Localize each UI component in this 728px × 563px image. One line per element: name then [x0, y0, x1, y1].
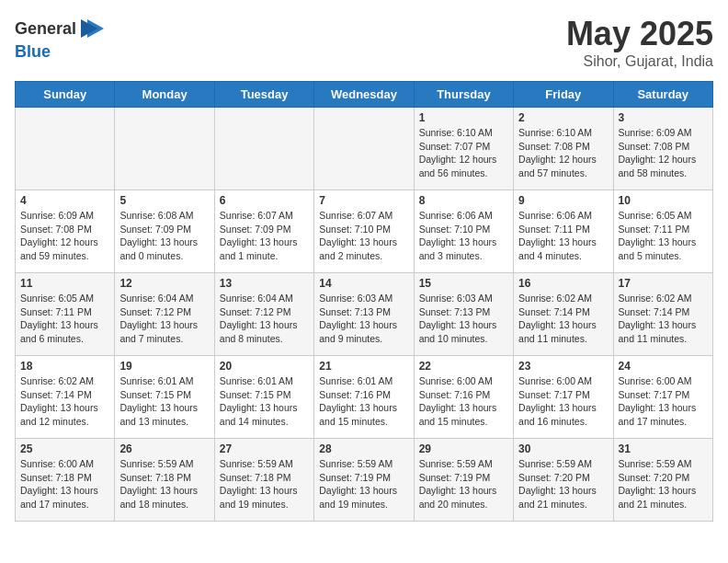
day-number: 26: [119, 442, 209, 455]
main-title: May 2025: [566, 15, 713, 53]
week-row-4: 18Sunrise: 6:02 AMSunset: 7:14 PMDayligh…: [16, 356, 713, 439]
calendar-cell: 16Sunrise: 6:02 AMSunset: 7:14 PMDayligh…: [514, 273, 613, 356]
calendar-cell: 28Sunrise: 5:59 AMSunset: 7:19 PMDayligh…: [314, 439, 414, 522]
cell-content: Sunrise: 6:00 AMSunset: 7:17 PMDaylight:…: [619, 374, 708, 429]
calendar-cell: 25Sunrise: 6:00 AMSunset: 7:18 PMDayligh…: [16, 439, 115, 522]
day-number: 23: [518, 360, 608, 373]
calendar-cell: 2Sunrise: 6:10 AMSunset: 7:08 PMDaylight…: [514, 108, 613, 190]
calendar-cell: [16, 108, 115, 190]
day-header-tuesday: Tuesday: [214, 82, 313, 108]
week-row-5: 25Sunrise: 6:00 AMSunset: 7:18 PMDayligh…: [16, 439, 713, 522]
calendar-cell: 19Sunrise: 6:01 AMSunset: 7:15 PMDayligh…: [115, 356, 214, 439]
cell-content: Sunrise: 6:04 AMSunset: 7:12 PMDaylight:…: [220, 292, 309, 346]
calendar-cell: 24Sunrise: 6:00 AMSunset: 7:17 PMDayligh…: [613, 356, 712, 439]
day-number: 6: [220, 194, 309, 207]
calendar-cell: 29Sunrise: 5:59 AMSunset: 7:19 PMDayligh…: [414, 439, 513, 522]
calendar-cell: 22Sunrise: 6:00 AMSunset: 7:16 PMDayligh…: [414, 356, 513, 439]
day-header-friday: Friday: [514, 82, 613, 108]
calendar-cell: 1Sunrise: 6:10 AMSunset: 7:07 PMDaylight…: [414, 108, 513, 190]
day-number: 19: [119, 360, 209, 373]
cell-content: Sunrise: 6:01 AMSunset: 7:16 PMDaylight:…: [319, 374, 408, 429]
day-header-wednesday: Wednesday: [314, 82, 414, 108]
calendar-cell: 6Sunrise: 6:07 AMSunset: 7:09 PMDaylight…: [214, 190, 313, 273]
cell-content: Sunrise: 6:07 AMSunset: 7:10 PMDaylight:…: [319, 209, 408, 263]
day-number: 21: [319, 360, 408, 373]
day-number: 27: [220, 442, 309, 455]
cell-content: Sunrise: 5:59 AMSunset: 7:19 PMDaylight:…: [419, 457, 508, 511]
cell-content: Sunrise: 6:09 AMSunset: 7:08 PMDaylight:…: [20, 209, 109, 263]
cell-content: Sunrise: 6:02 AMSunset: 7:14 PMDaylight:…: [619, 292, 708, 346]
calendar-cell: 12Sunrise: 6:04 AMSunset: 7:12 PMDayligh…: [115, 273, 214, 356]
calendar-cell: 26Sunrise: 5:59 AMSunset: 7:18 PMDayligh…: [115, 439, 214, 522]
calendar-cell: [314, 108, 414, 190]
calendar-cell: 15Sunrise: 6:03 AMSunset: 7:13 PMDayligh…: [414, 273, 513, 356]
day-number: 11: [20, 277, 109, 290]
calendar-cell: [214, 108, 313, 190]
day-number: 12: [119, 277, 209, 290]
cell-content: Sunrise: 6:06 AMSunset: 7:11 PMDaylight:…: [518, 209, 608, 263]
calendar-cell: [115, 108, 214, 190]
calendar-cell: 7Sunrise: 6:07 AMSunset: 7:10 PMDaylight…: [314, 190, 414, 273]
cell-content: Sunrise: 6:10 AMSunset: 7:08 PMDaylight:…: [518, 126, 608, 180]
calendar-cell: 30Sunrise: 5:59 AMSunset: 7:20 PMDayligh…: [514, 439, 613, 522]
cell-content: Sunrise: 6:00 AMSunset: 7:17 PMDaylight:…: [518, 374, 608, 429]
calendar-cell: 23Sunrise: 6:00 AMSunset: 7:17 PMDayligh…: [514, 356, 613, 439]
logo-icon: [78, 15, 106, 42]
day-number: 18: [20, 360, 109, 373]
cell-content: Sunrise: 6:09 AMSunset: 7:08 PMDaylight:…: [619, 126, 708, 180]
cell-content: Sunrise: 6:02 AMSunset: 7:14 PMDaylight:…: [20, 374, 109, 429]
day-number: 7: [319, 194, 408, 207]
day-header-thursday: Thursday: [414, 82, 513, 108]
day-number: 14: [319, 277, 408, 290]
cell-content: Sunrise: 6:03 AMSunset: 7:13 PMDaylight:…: [319, 292, 408, 346]
cell-content: Sunrise: 6:05 AMSunset: 7:11 PMDaylight:…: [619, 209, 708, 263]
calendar-cell: 20Sunrise: 6:01 AMSunset: 7:15 PMDayligh…: [214, 356, 313, 439]
cell-content: Sunrise: 6:03 AMSunset: 7:13 PMDaylight:…: [419, 292, 508, 346]
cell-content: Sunrise: 5:59 AMSunset: 7:20 PMDaylight:…: [518, 457, 608, 511]
day-number: 15: [419, 277, 508, 290]
day-header-sunday: Sunday: [16, 82, 115, 108]
day-number: 9: [518, 194, 608, 207]
day-number: 5: [119, 194, 209, 207]
calendar-cell: 17Sunrise: 6:02 AMSunset: 7:14 PMDayligh…: [613, 273, 712, 356]
calendar-cell: 27Sunrise: 5:59 AMSunset: 7:18 PMDayligh…: [214, 439, 313, 522]
logo-general: General: [15, 19, 76, 39]
calendar-cell: 13Sunrise: 6:04 AMSunset: 7:12 PMDayligh…: [214, 273, 313, 356]
day-number: 1: [419, 111, 508, 124]
logo-blue: Blue: [15, 42, 51, 61]
day-number: 3: [619, 111, 708, 124]
cell-content: Sunrise: 6:08 AMSunset: 7:09 PMDaylight:…: [119, 209, 209, 263]
cell-content: Sunrise: 6:00 AMSunset: 7:16 PMDaylight:…: [419, 374, 508, 429]
day-number: 31: [619, 442, 708, 455]
calendar-cell: 10Sunrise: 6:05 AMSunset: 7:11 PMDayligh…: [613, 190, 712, 273]
day-number: 29: [419, 442, 508, 455]
cell-content: Sunrise: 5:59 AMSunset: 7:20 PMDaylight:…: [619, 457, 708, 511]
day-number: 25: [20, 442, 109, 455]
cell-content: Sunrise: 6:01 AMSunset: 7:15 PMDaylight:…: [119, 374, 209, 429]
calendar-cell: 11Sunrise: 6:05 AMSunset: 7:11 PMDayligh…: [16, 273, 115, 356]
header: General Blue May 2025 Sihor, Gujarat, In…: [15, 15, 713, 70]
week-row-1: 1Sunrise: 6:10 AMSunset: 7:07 PMDaylight…: [16, 108, 713, 190]
calendar-cell: 4Sunrise: 6:09 AMSunset: 7:08 PMDaylight…: [16, 190, 115, 273]
cell-content: Sunrise: 6:02 AMSunset: 7:14 PMDaylight:…: [518, 292, 608, 346]
cell-content: Sunrise: 6:07 AMSunset: 7:09 PMDaylight:…: [220, 209, 309, 263]
day-number: 13: [220, 277, 309, 290]
day-header-saturday: Saturday: [613, 82, 712, 108]
day-number: 30: [518, 442, 608, 455]
calendar-cell: 3Sunrise: 6:09 AMSunset: 7:08 PMDaylight…: [613, 108, 712, 190]
subtitle: Sihor, Gujarat, India: [566, 53, 713, 70]
calendar-cell: 14Sunrise: 6:03 AMSunset: 7:13 PMDayligh…: [314, 273, 414, 356]
calendar-body: 1Sunrise: 6:10 AMSunset: 7:07 PMDaylight…: [16, 108, 713, 522]
day-header-monday: Monday: [115, 82, 214, 108]
calendar-cell: 21Sunrise: 6:01 AMSunset: 7:16 PMDayligh…: [314, 356, 414, 439]
calendar-cell: 31Sunrise: 5:59 AMSunset: 7:20 PMDayligh…: [613, 439, 712, 522]
calendar-header-row: SundayMondayTuesdayWednesdayThursdayFrid…: [16, 82, 713, 108]
week-row-3: 11Sunrise: 6:05 AMSunset: 7:11 PMDayligh…: [16, 273, 713, 356]
day-number: 16: [518, 277, 608, 290]
day-number: 4: [20, 194, 109, 207]
day-number: 2: [518, 111, 608, 124]
calendar-table: SundayMondayTuesdayWednesdayThursdayFrid…: [15, 81, 713, 522]
cell-content: Sunrise: 5:59 AMSunset: 7:18 PMDaylight:…: [119, 457, 209, 511]
cell-content: Sunrise: 5:59 AMSunset: 7:18 PMDaylight:…: [220, 457, 309, 511]
calendar-cell: 8Sunrise: 6:06 AMSunset: 7:10 PMDaylight…: [414, 190, 513, 273]
